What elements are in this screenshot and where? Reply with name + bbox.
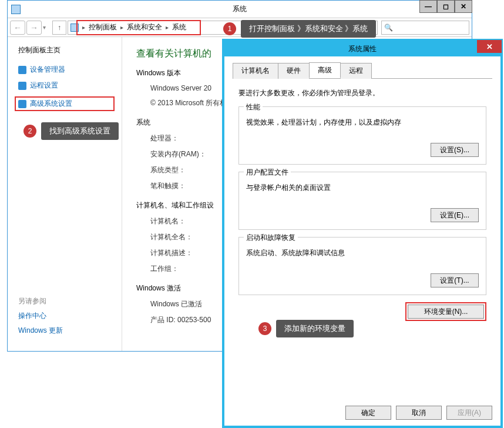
minimize-button[interactable]: — (419, 0, 437, 13)
sidebar-label: 远程设置 (30, 81, 58, 91)
up-button[interactable]: ↑ (52, 21, 66, 35)
sidebar-see-also: 另请参阅 操作中心 Windows 更新 (18, 296, 63, 340)
ok-button[interactable]: 确定 (345, 406, 391, 420)
back-button[interactable]: ← (10, 21, 25, 35)
window-title: 系统 (233, 4, 247, 14)
dialog-footer: 确定 取消 应用(A) (345, 406, 492, 420)
perf-settings-button[interactable]: 设置(S)... (431, 143, 479, 157)
chevron-icon: ▸ (81, 24, 86, 31)
sidebar-label: 高级系统设置 (30, 99, 72, 109)
search-icon: 🔍 (384, 24, 393, 32)
dialog-titlebar: 系统属性 ✕ (224, 41, 500, 56)
close-button[interactable]: ✕ (455, 0, 472, 13)
search-input[interactable]: 🔍 (381, 21, 469, 35)
forward-button[interactable]: → (26, 21, 42, 35)
dialog-body: 计算机名 硬件 高级 远程 要进行大多数更改，你必须作为管理员登录。 性能 视觉… (224, 56, 500, 336)
annotation-number: 1 (223, 22, 236, 35)
crumb-control-panel[interactable]: 控制面板 (86, 22, 119, 32)
maximize-button[interactable]: ◻ (437, 0, 455, 13)
apply-button[interactable]: 应用(A) (446, 406, 492, 420)
see-also-heading: 另请参阅 (18, 296, 63, 306)
group-desc: 与登录帐户相关的桌面设置 (246, 183, 479, 193)
chevron-icon: ▸ (119, 24, 125, 31)
group-title: 用户配置文件 (244, 168, 291, 178)
annotation-2: 2 找到高级系统设置 (23, 122, 119, 140)
tab-advanced[interactable]: 高级 (309, 62, 341, 78)
annotation-1: 1 打开控制面板 》系统和安全 》系统 (223, 20, 376, 38)
sidebar-home[interactable]: 控制面板主页 (18, 45, 111, 55)
profile-settings-button[interactable]: 设置(E)... (431, 208, 479, 222)
group-title: 启动和故障恢复 (244, 233, 298, 243)
shield-icon (18, 66, 26, 74)
sidebar-remote-settings[interactable]: 远程设置 (18, 81, 111, 91)
environment-variables-button[interactable]: 环境变量(N)... (408, 305, 484, 319)
window-controls: — ◻ ✕ (419, 0, 472, 13)
admin-note: 要进行大多数更改，你必须作为管理员登录。 (238, 88, 486, 98)
cancel-button[interactable]: 取消 (396, 406, 442, 420)
tab-strip: 计算机名 硬件 高级 远程 (233, 62, 492, 79)
group-user-profile: 用户配置文件 与登录帐户相关的桌面设置 设置(E)... (238, 172, 486, 230)
startup-settings-button[interactable]: 设置(T)... (431, 273, 479, 287)
dialog-close-button[interactable]: ✕ (477, 40, 502, 53)
annotation-text: 找到高级系统设置 (41, 122, 119, 140)
chevron-icon: ▸ (164, 24, 170, 31)
annotation-text: 添加新的环境变量 (276, 320, 354, 337)
sidebar-device-manager[interactable]: 设备管理器 (18, 65, 111, 75)
sidebar-advanced-settings[interactable]: 高级系统设置 (15, 96, 115, 111)
group-performance: 性能 视觉效果，处理器计划，内存使用，以及虚拟内存 设置(S)... (238, 106, 486, 165)
annotation-highlight-3: 环境变量(N)... (405, 302, 486, 321)
group-title: 性能 (244, 102, 263, 112)
crumb-system-security[interactable]: 系统和安全 (125, 22, 164, 32)
shield-icon (18, 100, 26, 108)
history-chevron-icon[interactable]: ▾ (43, 24, 51, 31)
tab-content-advanced: 要进行大多数更改，你必须作为管理员登录。 性能 视觉效果，处理器计划，内存使用，… (233, 79, 492, 330)
annotation-text: 打开控制面板 》系统和安全 》系统 (241, 20, 376, 38)
annotation-3: 3 添加新的环境变量 (258, 320, 354, 337)
titlebar: 系统 — ◻ ✕ (8, 1, 472, 18)
app-icon (11, 5, 21, 14)
annotation-number: 3 (258, 322, 271, 335)
sidebar: 控制面板主页 设备管理器 远程设置 高级系统设置 另请参阅 操作中心 Windo… (8, 37, 122, 351)
tab-computer-name[interactable]: 计算机名 (233, 63, 278, 79)
sidebar-label: 设备管理器 (30, 65, 65, 75)
shield-icon (18, 82, 26, 90)
breadcrumb-icon (70, 24, 79, 32)
tab-remote[interactable]: 远程 (340, 63, 372, 79)
see-also-windows-update[interactable]: Windows 更新 (18, 326, 63, 336)
tab-hardware[interactable]: 硬件 (278, 63, 310, 79)
system-properties-dialog: 系统属性 ✕ 计算机名 硬件 高级 远程 要进行大多数更改，你必须作为管理员登录… (222, 39, 503, 428)
group-desc: 视觉效果，处理器计划，内存使用，以及虚拟内存 (246, 118, 479, 128)
annotation-number: 2 (23, 125, 36, 138)
group-startup-recovery: 启动和故障恢复 系统启动、系统故障和调试信息 设置(T)... (238, 237, 486, 295)
dialog-title: 系统属性 (348, 44, 377, 54)
group-desc: 系统启动、系统故障和调试信息 (246, 248, 479, 258)
see-also-action-center[interactable]: 操作中心 (18, 311, 63, 321)
env-var-row: 环境变量(N)... (238, 302, 486, 321)
crumb-system[interactable]: 系统 (170, 22, 189, 32)
